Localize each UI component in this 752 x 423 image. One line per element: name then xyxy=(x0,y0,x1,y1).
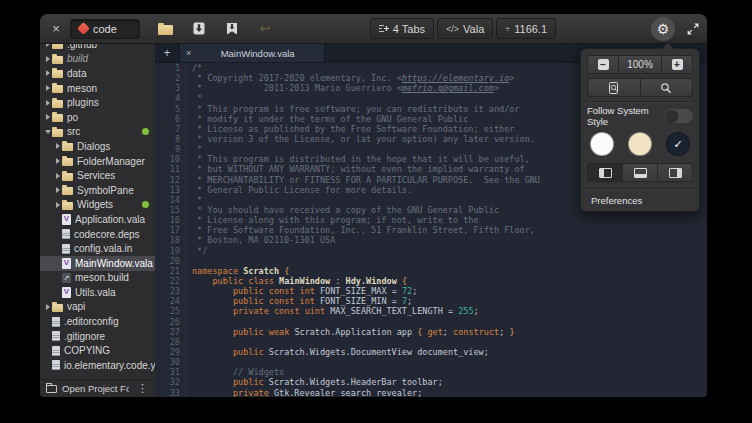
popover-separator xyxy=(581,101,699,102)
tab-mainwindow[interactable]: × MainWindow.vala xyxy=(179,44,325,62)
project-chip[interactable]: code xyxy=(70,19,140,39)
tab-close-icon[interactable]: × xyxy=(186,49,191,58)
light-style-button[interactable] xyxy=(628,132,652,156)
code-line[interactable]: 28 xyxy=(155,337,707,347)
tree-item-data[interactable]: data xyxy=(40,66,155,81)
zoom-in-button[interactable]: + xyxy=(661,55,693,74)
tree-item-label: .github xyxy=(67,44,97,50)
code-line[interactable]: 31 // Widgets xyxy=(155,367,707,377)
save-button[interactable] xyxy=(189,19,209,39)
chevron-right-icon[interactable] xyxy=(43,85,52,91)
settings-menu-button[interactable]: ⚙ xyxy=(651,17,675,41)
code-line[interactable]: 27 public weak Scratch.Application app {… xyxy=(155,327,707,337)
chevron-right-icon[interactable] xyxy=(53,187,62,193)
chevron-right-icon[interactable] xyxy=(53,158,62,164)
tree-item-build[interactable]: build xyxy=(40,52,155,67)
tree-item-src[interactable]: src xyxy=(40,125,155,140)
fullscreen-button[interactable] xyxy=(687,23,699,35)
tree-item-dialogs[interactable]: Dialogs xyxy=(40,139,155,154)
code-line[interactable]: 30 xyxy=(155,357,707,367)
vala-icon: V xyxy=(62,287,71,298)
goto-line-button[interactable]: ÷ 1166.1 xyxy=(496,18,556,39)
code-brackets-icon: </> xyxy=(446,24,459,34)
tree-item--github[interactable]: .github xyxy=(40,44,155,52)
open-project-folder-button[interactable]: Open Project Folder… xyxy=(62,383,129,394)
code-line[interactable]: 33 private Gtk.Revealer search_revealer; xyxy=(155,388,707,398)
dark-style-button[interactable]: ✓ xyxy=(666,132,690,156)
toggle-bottom-panel-button[interactable] xyxy=(622,163,658,182)
tree-item-config-vala-in[interactable]: config.vala.in xyxy=(40,241,155,256)
open-file-button[interactable] xyxy=(156,19,176,39)
open-folder-icon xyxy=(158,25,173,35)
sidebar-menu-button[interactable]: ⋮ xyxy=(134,382,151,395)
code-line[interactable]: 29 public Scratch.Widgets.DocumentView d… xyxy=(155,347,707,357)
chevron-right-icon[interactable] xyxy=(43,304,52,310)
new-tab-button[interactable]: + xyxy=(155,44,179,62)
chevron-right-icon[interactable] xyxy=(53,143,62,149)
tree-item-application-vala[interactable]: VApplication.vala xyxy=(40,212,155,227)
tabs-overview-button[interactable]: 4 Tabs xyxy=(370,18,434,39)
follow-system-style-toggle[interactable] xyxy=(665,109,693,123)
tree-item-label: .editorconfig xyxy=(64,316,118,327)
preferences-menu-item[interactable]: Preferences xyxy=(581,189,699,211)
tree-item-plugins[interactable]: plugins xyxy=(40,95,155,110)
tree-item-services[interactable]: Services xyxy=(40,168,155,183)
toggle-right-panel-button[interactable] xyxy=(657,163,693,182)
code-line[interactable]: 22 public class MainWindow : Hdy.Window … xyxy=(155,276,707,286)
code-line[interactable]: 32 public Scratch.Widgets.HeaderBar tool… xyxy=(155,377,707,387)
zoom-out-button[interactable]: − xyxy=(587,55,619,74)
chevron-right-icon[interactable] xyxy=(43,70,52,76)
find-in-files-button[interactable] xyxy=(587,78,641,97)
tree-item-meson[interactable]: meson xyxy=(40,81,155,96)
chevron-down-icon[interactable] xyxy=(43,130,52,134)
find-button[interactable] xyxy=(640,78,694,97)
high-contrast-style-button[interactable] xyxy=(590,132,614,156)
tree-item-codecore-deps[interactable]: codecore.deps xyxy=(40,227,155,242)
tree-item-po[interactable]: po xyxy=(40,110,155,125)
tree-item-symbolpane[interactable]: SymbolPane xyxy=(40,183,155,198)
line-number: 22 xyxy=(155,276,186,286)
folder-icon xyxy=(62,202,73,210)
tree-item--editorconfig[interactable]: .editorconfig xyxy=(40,314,155,329)
window-close-button[interactable]: × xyxy=(48,22,64,35)
line-number: 15 xyxy=(155,205,186,215)
folder-icon xyxy=(62,173,73,181)
language-button[interactable]: </> Vala xyxy=(437,18,493,39)
minus-icon: − xyxy=(598,59,609,70)
tree-item-utils-vala[interactable]: VUtils.vala xyxy=(40,285,155,300)
line-number: 14 xyxy=(155,195,186,205)
line-number: 33 xyxy=(155,388,186,398)
code-line[interactable]: 26 xyxy=(155,317,707,327)
chevron-right-icon[interactable] xyxy=(43,44,52,47)
tree-item-io-elementary-code-yml[interactable]: io.elementary.code.yml xyxy=(40,358,155,373)
code-line[interactable]: 17 * Free Software Foundation, Inc., 51 … xyxy=(155,225,707,235)
tree-item-foldermanager[interactable]: FolderManager xyxy=(40,154,155,169)
chevron-right-icon[interactable] xyxy=(53,173,62,179)
code-logo-icon xyxy=(77,22,90,35)
toggle-left-panel-button[interactable] xyxy=(587,163,623,182)
tree-item--gitignore[interactable]: .gitignore xyxy=(40,329,155,344)
chevron-right-icon[interactable] xyxy=(53,202,62,208)
code-line[interactable]: 19 */ xyxy=(155,246,707,256)
tree-item-vapi[interactable]: vapi xyxy=(40,300,155,315)
tree-item-meson-build[interactable]: ↗meson.build xyxy=(40,271,155,286)
code-line[interactable]: 21namespace Scratch { xyxy=(155,266,707,276)
tree-item-widgets[interactable]: Widgets xyxy=(40,198,155,213)
chevron-right-icon[interactable] xyxy=(43,100,52,106)
code-line[interactable]: 16 * License along with this program; if… xyxy=(155,215,707,225)
text-icon xyxy=(52,331,60,341)
code-line[interactable]: 24 public const int FONT_SIZE_MIN = 7; xyxy=(155,296,707,306)
code-line[interactable]: 18 * Boston, MA 02110-1301 USA xyxy=(155,235,707,245)
code-line[interactable]: 23 public const int FONT_SIZE_MAX = 72; xyxy=(155,286,707,296)
revert-button[interactable]: ↩ xyxy=(255,19,275,39)
tree-item-mainwindow-vala[interactable]: VMainWindow.vala xyxy=(40,256,155,271)
code-line[interactable]: 25 private const uint MAX_SEARCH_TEXT_LE… xyxy=(155,306,707,316)
save-as-button[interactable] xyxy=(222,19,242,39)
file-tree: .githubbuilddatamesonpluginsposrcDialogs… xyxy=(40,44,155,379)
code-line[interactable]: 20 xyxy=(155,256,707,266)
chevron-right-icon[interactable] xyxy=(43,114,52,120)
tree-item-label: MainWindow.vala xyxy=(75,258,153,269)
tree-item-label: Utils.vala xyxy=(75,287,116,298)
chevron-right-icon[interactable] xyxy=(43,56,52,62)
tree-item-copying[interactable]: COPYING xyxy=(40,343,155,358)
